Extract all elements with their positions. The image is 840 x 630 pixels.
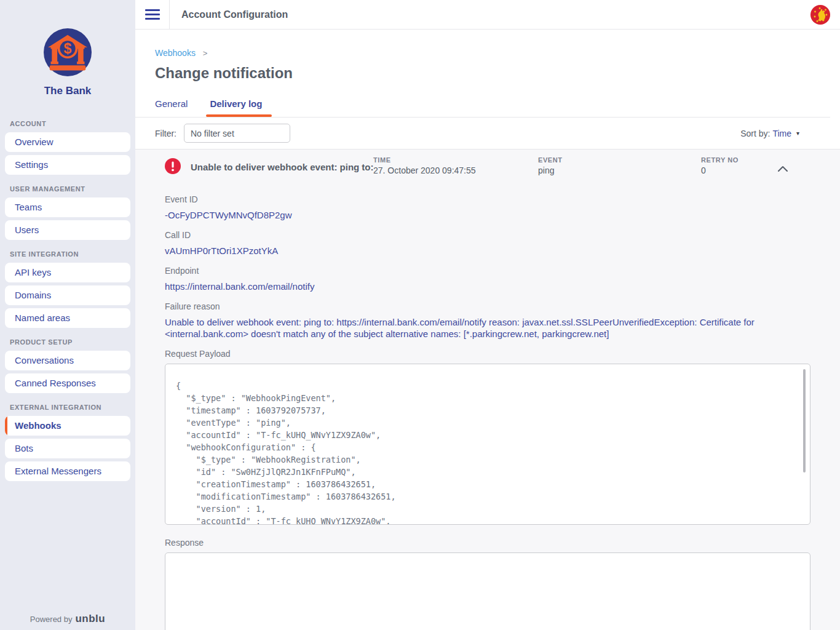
tab-general[interactable]: General — [155, 98, 188, 117]
failure-reason-value: Unable to deliver webhook event: ping to… — [165, 316, 810, 340]
app-root: $ The Bank ACCOUNT Overview Settings USE… — [0, 0, 840, 630]
field-failure-reason: Failure reason Unable to deliver webhook… — [165, 301, 810, 340]
sort-label: Sort by: — [740, 129, 770, 138]
breadcrumb-webhooks-link[interactable]: Webhooks — [155, 48, 196, 58]
sidebar-item-label: Users — [15, 225, 39, 235]
sidebar-item-webhooks[interactable]: Webhooks — [5, 416, 130, 436]
section-title-product-setup: PRODUCT SETUP — [10, 338, 125, 346]
sidebar-item-label: Canned Responses — [15, 378, 96, 388]
time-value: 27. October 2020 09:47:55 — [373, 165, 538, 175]
response-label: Response — [165, 538, 810, 548]
main-area: Account Configuration Webhooks > — [135, 0, 840, 630]
field-request-payload: Request Payload { "$_type" : "WebhookPin… — [165, 349, 810, 525]
event-value: ping — [538, 165, 701, 175]
error-icon — [165, 158, 181, 174]
sidebar-item-overview[interactable]: Overview — [5, 132, 130, 152]
endpoint-value: https://internal.bank.com/email/notify — [165, 281, 810, 292]
call-id-value: vAUmHP0rTtOri1XPzotYkA — [165, 245, 810, 257]
retry-label: RETRY NO — [701, 156, 777, 164]
section-title-account: ACCOUNT — [10, 120, 125, 127]
request-payload-json: { "$_type" : "WebhookPingEvent", "timest… — [165, 364, 810, 525]
hamburger-menu-icon[interactable] — [145, 7, 160, 22]
time-label: TIME — [373, 156, 538, 164]
response-box — [165, 552, 810, 630]
sidebar-item-users[interactable]: Users — [5, 220, 130, 240]
log-entry-time: TIME 27. October 2020 09:47:55 — [373, 156, 538, 175]
breadcrumb: Webhooks > — [155, 48, 830, 58]
log-entry-event: EVENT ping — [538, 156, 701, 175]
request-payload-label: Request Payload — [165, 349, 810, 359]
call-id-label: Call ID — [165, 230, 810, 240]
unblu-logo: unblu — [75, 613, 105, 625]
request-payload-box[interactable]: { "$_type" : "WebhookPingEvent", "timest… — [165, 364, 810, 525]
field-endpoint: Endpoint https://internal.bank.com/email… — [165, 266, 810, 292]
section-title-external-integration: EXTERNAL INTEGRATION — [10, 404, 125, 411]
sort-caret-icon: ▾ — [796, 130, 799, 137]
filter-input[interactable] — [184, 124, 290, 143]
log-entry-summary[interactable]: Unable to deliver webhook event: ping to… — [165, 156, 810, 175]
event-id-value: -OcFyDPCTWyMNvQfD8P2gw — [165, 209, 810, 221]
sidebar-item-bots[interactable]: Bots — [5, 439, 130, 458]
sidebar-item-label: Settings — [15, 159, 48, 170]
log-entry-title: Unable to deliver webhook event: ping to… — [191, 156, 373, 172]
sidebar-item-label: API keys — [15, 267, 51, 277]
field-event-id: Event ID -OcFyDPCTWyMNvQfD8P2gw — [165, 194, 810, 221]
retry-value: 0 — [701, 165, 777, 175]
sidebar-item-label: Domains — [15, 290, 51, 300]
sidebar-item-label: Bots — [15, 443, 33, 453]
payload-scrollbar[interactable] — [803, 369, 806, 472]
log-entry-retry: RETRY NO 0 — [701, 156, 777, 175]
page-head: Webhooks > Change notification — [135, 30, 840, 82]
sidebar-item-label: Named areas — [15, 313, 70, 323]
topbar-title: Account Configuration — [181, 9, 288, 20]
page-title: Change notification — [155, 65, 830, 82]
brand-name: The Bank — [0, 85, 135, 97]
sidebar-item-teams[interactable]: Teams — [5, 197, 130, 217]
breadcrumb-chevron-icon: > — [203, 49, 208, 58]
sidebar-item-label: Conversations — [15, 355, 74, 365]
tabs: General Delivery log — [135, 98, 830, 118]
powered-by-text: Powered by — [30, 615, 73, 624]
field-response: Response — [165, 538, 810, 630]
sort-value: Time — [772, 129, 791, 138]
sidebar-item-external-messengers[interactable]: External Messengers — [5, 461, 130, 481]
powered-by: Powered by unblu — [0, 613, 135, 630]
field-call-id: Call ID vAUmHP0rTtOri1XPzotYkA — [165, 230, 810, 257]
section-title-site-integration: SITE INTEGRATION — [10, 250, 125, 258]
sidebar-nav: ACCOUNT Overview Settings USER MANAGEMEN… — [0, 110, 135, 484]
bank-logo-icon: $ — [44, 28, 92, 76]
filter-label: Filter: — [155, 129, 176, 138]
sort-control[interactable]: Sort by: Time ▾ — [740, 129, 799, 138]
sidebar-item-label: Overview — [15, 137, 53, 147]
chevron-up-icon[interactable] — [777, 164, 788, 175]
sidebar-item-label: Webhooks — [15, 420, 61, 431]
sidebar-item-settings[interactable]: Settings — [5, 155, 130, 175]
sidebar-item-canned-responses[interactable]: Canned Responses — [5, 373, 130, 393]
sidebar-item-label: External Messengers — [15, 466, 101, 476]
sidebar-item-named-areas[interactable]: Named areas — [5, 308, 130, 328]
sidebar-item-domains[interactable]: Domains — [5, 285, 130, 305]
event-id-label: Event ID — [165, 194, 810, 204]
tab-delivery-log[interactable]: Delivery log — [210, 98, 262, 117]
endpoint-label: Endpoint — [165, 266, 810, 276]
event-label: EVENT — [538, 156, 701, 164]
svg-text:$: $ — [64, 41, 72, 57]
delivery-log-panel: Unable to deliver webhook event: ping to… — [135, 149, 840, 630]
sidebar-item-api-keys[interactable]: API keys — [5, 263, 130, 282]
sidebar-item-conversations[interactable]: Conversations — [5, 351, 130, 370]
content: Webhooks > Change notification General D… — [135, 30, 840, 630]
section-title-user-management: USER MANAGEMENT — [10, 185, 125, 193]
filter-row: Filter: Sort by: Time ▾ — [135, 118, 840, 149]
failure-reason-label: Failure reason — [165, 301, 810, 311]
topbar-divider — [169, 0, 170, 30]
sidebar: $ The Bank ACCOUNT Overview Settings USE… — [0, 0, 135, 630]
user-avatar[interactable] — [810, 4, 831, 25]
sidebar-item-label: Teams — [15, 202, 42, 212]
topbar: Account Configuration — [135, 0, 840, 30]
log-entry-details: Event ID -OcFyDPCTWyMNvQfD8P2gw Call ID … — [165, 194, 810, 630]
